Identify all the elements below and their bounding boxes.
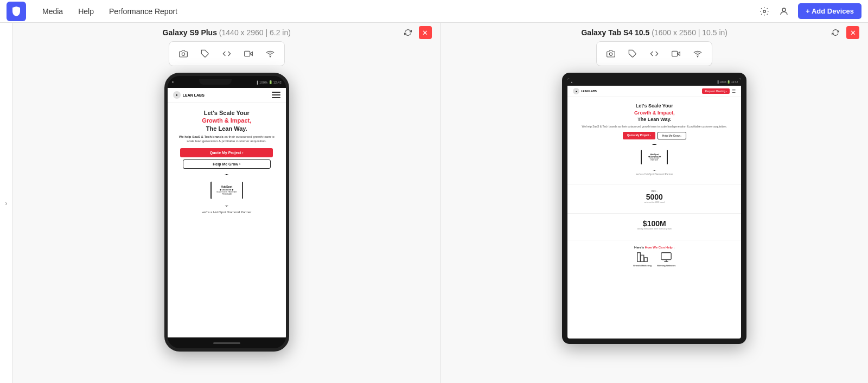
home-indicator bbox=[213, 342, 240, 344]
tab-nav-right: Request Meeting › ☰ bbox=[702, 88, 736, 94]
main-content: › Galaxy S9 Plus (1440 x 2960 | 6.2 in) … bbox=[0, 23, 868, 383]
svg-point-11 bbox=[698, 56, 698, 57]
tab-site-topbar: ● ▌100% 🔋 12:42 bbox=[567, 78, 741, 86]
nav-logo[interactable] bbox=[7, 2, 26, 21]
hero-headline-phone: Let's Scale Your Growth & Impact, The Le… bbox=[175, 109, 278, 132]
tab-hamburger-icon[interactable]: ☰ bbox=[732, 89, 736, 94]
tab-divider-2 bbox=[567, 213, 741, 214]
device-panel-phone: Galaxy S9 Plus (1440 x 2960 | 6.2 in) ✕ bbox=[13, 23, 441, 383]
chevron-right-icon: › bbox=[5, 199, 7, 207]
tab-help-btn[interactable]: Help Me Grow › bbox=[658, 132, 686, 139]
site-logo-phone: ● LEAN LABS bbox=[173, 91, 205, 99]
tag-tool-phone[interactable] bbox=[196, 45, 214, 62]
inc-sub: we're an Inc.5000 brand bbox=[578, 201, 730, 203]
svg-rect-12 bbox=[637, 253, 641, 262]
device-actions-phone: ✕ bbox=[400, 25, 432, 40]
tab-inc-stat: INC. 5000 we're an Inc.5000 brand bbox=[578, 190, 730, 203]
tab-hero-btns: Quote My Project › Help Me Grow › bbox=[578, 132, 730, 139]
svg-point-0 bbox=[763, 10, 766, 12]
tab-divider-3 bbox=[567, 240, 741, 240]
tag-tool-tablet[interactable] bbox=[624, 45, 641, 62]
lean-labs-logo-icon: ● bbox=[173, 91, 181, 99]
video-tool-phone[interactable] bbox=[240, 45, 257, 62]
tab-how-item-websites: Winning Websites bbox=[657, 251, 675, 267]
refresh-icon-phone[interactable] bbox=[400, 25, 416, 40]
hamburger-icon[interactable] bbox=[272, 92, 280, 98]
phone-mockup: ● ▌100% 🔋 12:42 ● LEAN LABS bbox=[164, 73, 289, 352]
tablet-mockup: ● ▌100% 🔋 12:42 ● LEAN LABS Request Meet… bbox=[562, 73, 746, 344]
tab-hero: Let's Scale Your Growth & Impact, The Le… bbox=[567, 97, 741, 182]
refresh-icon-tablet[interactable] bbox=[828, 25, 843, 40]
camera-tool-tablet[interactable] bbox=[602, 45, 620, 62]
tab-quote-btn[interactable]: Quote My Project › bbox=[623, 132, 655, 139]
hero-body-phone: We help SaaS & Tech brands as their outs… bbox=[175, 135, 278, 144]
code-tool-tablet[interactable] bbox=[646, 45, 663, 62]
svg-point-2 bbox=[182, 53, 184, 55]
device-toolbar-tablet bbox=[596, 41, 712, 66]
tab-how-item-growth: Growth Marketing bbox=[633, 251, 652, 267]
video-tool-tablet[interactable] bbox=[667, 45, 685, 62]
tab-inc-block: INC. 5000 we're an Inc.5000 brand bbox=[567, 187, 741, 211]
code-tool-phone[interactable] bbox=[218, 45, 235, 62]
wifi-tool-tablet[interactable] bbox=[689, 45, 706, 62]
tab-site-logo: ● LEAN LABS bbox=[573, 88, 597, 94]
tab-hubspot-badge: HubSpot ◆ Diamond ◆ SOLUTIONSPARTNER bbox=[641, 144, 668, 171]
svg-point-7 bbox=[610, 53, 612, 55]
tab-hero-headline: Let's Scale Your Growth & Impact, The Le… bbox=[578, 103, 730, 123]
navbar: Media Help Performance Report + Add Devi… bbox=[0, 0, 868, 23]
svg-marker-4 bbox=[250, 52, 252, 56]
device-header-tablet: Galaxy Tab S4 10.5 (1600 x 2560 | 10.5 i… bbox=[441, 28, 869, 37]
tab-how-grid: Growth Marketing Winning Websites bbox=[573, 251, 736, 267]
svg-rect-14 bbox=[644, 258, 648, 261]
device-actions-tablet: ✕ bbox=[828, 25, 859, 40]
profile-icon[interactable] bbox=[774, 2, 794, 21]
tab-how-title: Here's How We Can Help : bbox=[573, 246, 736, 249]
tab-hubspot-partner-text: we're a HubSpot Diamond Partner bbox=[578, 173, 730, 176]
add-devices-button[interactable]: + Add Devices bbox=[798, 3, 861, 19]
tab-divider-1 bbox=[567, 184, 741, 184]
nav-help[interactable]: Help bbox=[71, 0, 101, 23]
tab-revenue-block: $100M directly attributable client reven… bbox=[567, 216, 741, 238]
device-toolbar-phone bbox=[169, 41, 285, 66]
wifi-tool-phone[interactable] bbox=[261, 45, 279, 62]
tab-revenue-stat: $100M directly attributable client reven… bbox=[578, 219, 730, 230]
inc-number: 5000 bbox=[578, 193, 730, 201]
revenue-number: $100M bbox=[578, 219, 730, 228]
devices-area: Galaxy S9 Plus (1440 x 2960 | 6.2 in) ✕ bbox=[13, 23, 868, 383]
help-grow-btn-phone[interactable]: Help Me Grow › bbox=[183, 159, 271, 169]
phone-bottom-bar bbox=[168, 337, 286, 348]
revenue-sub: directly attributable client revenue gro… bbox=[578, 228, 730, 230]
svg-rect-15 bbox=[661, 253, 671, 260]
phone-screen: ● LEAN LABS Let's Scale Your Growth & Im… bbox=[168, 88, 286, 337]
svg-rect-5 bbox=[244, 51, 250, 56]
tab-logo-icon: ● bbox=[573, 88, 579, 94]
svg-marker-9 bbox=[678, 52, 680, 56]
close-icon-phone[interactable]: ✕ bbox=[419, 26, 432, 39]
svg-point-6 bbox=[270, 56, 270, 57]
close-icon-tablet[interactable]: ✕ bbox=[846, 26, 859, 39]
lean-labs-brand: LEAN LABS bbox=[183, 93, 205, 97]
svg-rect-10 bbox=[672, 51, 678, 56]
quote-btn-phone[interactable]: Quote My Project › bbox=[180, 148, 273, 157]
phone-notch: ● ▌100% 🔋 12:42 bbox=[168, 76, 286, 88]
svg-rect-13 bbox=[641, 255, 644, 261]
hubspot-partner-text: we're a HubSpot Diamond Partner bbox=[175, 210, 278, 214]
tab-site-nav: ● LEAN LABS Request Meeting › ☰ bbox=[567, 86, 741, 97]
tab-request-btn[interactable]: Request Meeting › bbox=[702, 88, 730, 94]
tablet-screen: ● ▌100% 🔋 12:42 ● LEAN LABS Request Meet… bbox=[567, 78, 741, 339]
device-title-phone: Galaxy S9 Plus (1440 x 2960 | 6.2 in) bbox=[163, 28, 291, 37]
nav-performance-report[interactable]: Performance Report bbox=[101, 0, 185, 23]
tab-hero-body: We help SaaS & Tech brands as their outs… bbox=[578, 125, 730, 129]
device-panel-tablet: Galaxy Tab S4 10.5 (1600 x 2560 | 10.5 i… bbox=[441, 23, 869, 383]
site-nav-phone: ● LEAN LABS bbox=[168, 88, 286, 103]
device-title-tablet: Galaxy Tab S4 10.5 (1600 x 2560 | 10.5 i… bbox=[581, 28, 727, 37]
side-toggle[interactable]: › bbox=[0, 23, 13, 383]
nav-media[interactable]: Media bbox=[35, 0, 71, 23]
svg-point-1 bbox=[782, 8, 786, 11]
site-hero-phone: Let's Scale Your Growth & Impact, The Le… bbox=[168, 103, 286, 223]
tab-how-section: Here's How We Can Help : Growth Marketin… bbox=[567, 242, 741, 270]
settings-icon[interactable] bbox=[755, 2, 774, 21]
device-header-phone: Galaxy S9 Plus (1440 x 2960 | 6.2 in) ✕ bbox=[13, 28, 441, 37]
camera-tool-phone[interactable] bbox=[175, 45, 192, 62]
